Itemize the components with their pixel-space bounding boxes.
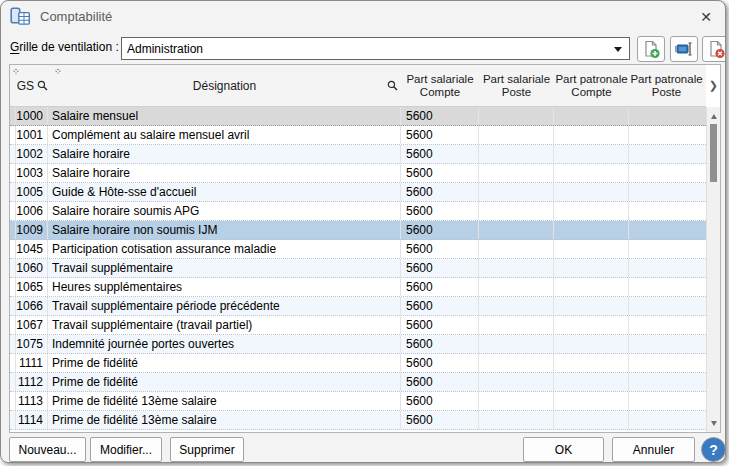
modifier-button[interactable]: Modifier...: [90, 437, 162, 462]
help-button[interactable]: ?: [701, 437, 726, 462]
table-row[interactable]: 1060 Travail supplémentaire 5600: [10, 259, 706, 278]
table-row[interactable]: 1114 Prime de fidélité 13ème salaire 560…: [10, 411, 706, 430]
table-row[interactable]: 1002 Salaire horaire 5600: [10, 145, 706, 164]
close-icon[interactable]: ✕: [692, 5, 720, 29]
cell-part-salariale-compte: 5600: [401, 202, 479, 220]
cell-designation: Salaire horaire non soumis IJM: [48, 221, 401, 239]
cell-part-salariale-poste: [479, 411, 554, 429]
cell-part-patronale-poste: [629, 354, 706, 372]
cell-part-patronale-poste: [629, 259, 706, 277]
nouveau-button[interactable]: Nouveau...: [9, 437, 86, 462]
search-icon[interactable]: [37, 80, 48, 91]
cell-gs: 1005: [16, 183, 48, 201]
cell-designation: Participation cotisation assurance malad…: [48, 240, 401, 258]
cell-part-salariale-poste: [479, 107, 554, 125]
more-columns-icon[interactable]: ❯: [709, 79, 718, 92]
cell-part-patronale-poste: [629, 183, 706, 201]
new-grid-button[interactable]: [637, 36, 665, 62]
ventilation-table: GS Désignation Part salariale Compte: [9, 64, 721, 433]
header-part-patronale-compte[interactable]: Part patronale Compte: [554, 65, 629, 106]
delete-grid-button[interactable]: [702, 36, 726, 62]
cell-part-salariale-compte: 5600: [401, 278, 479, 296]
search-icon[interactable]: [387, 80, 398, 91]
cell-part-patronale-compte: [554, 107, 629, 125]
table-row[interactable]: 1009 Salaire horaire non soumis IJM 5600: [10, 221, 706, 240]
rename-icon: [674, 41, 694, 57]
cell-part-salariale-poste: [479, 354, 554, 372]
table-row[interactable]: 1113 Prime de fidélité 13ème salaire 560…: [10, 392, 706, 411]
comptabilite-dialog: Comptabilité ✕ Grille de ventilation : A…: [0, 0, 726, 463]
grille-combobox[interactable]: Administration: [121, 37, 630, 60]
cell-designation: Heures supplémentaires: [48, 278, 401, 296]
annuler-button[interactable]: Annuler: [612, 437, 695, 462]
cell-designation: Prime de fidélité: [48, 354, 401, 372]
cell-part-patronale-poste: [629, 107, 706, 125]
cell-part-patronale-poste: [629, 373, 706, 391]
table-row[interactable]: 1065 Heures supplémentaires 5600: [10, 278, 706, 297]
ok-button[interactable]: OK: [523, 437, 604, 462]
cell-part-patronale-compte: [554, 297, 629, 315]
table-row[interactable]: 1005 Guide & Hôte-sse d'accueil 5600: [10, 183, 706, 202]
cell-part-patronale-compte: [554, 354, 629, 372]
cell-designation: Salaire horaire: [48, 164, 401, 182]
header-part-patronale-poste[interactable]: Part patronale Poste: [629, 65, 704, 106]
header-part-salariale-compte[interactable]: Part salariale Compte: [401, 65, 479, 106]
cell-gs: 1002: [16, 145, 48, 163]
cell-part-patronale-compte: [554, 202, 629, 220]
window-title: Comptabilité: [40, 9, 112, 24]
cell-designation: Prime de fidélité: [48, 373, 401, 391]
scroll-down-icon[interactable]: [707, 416, 721, 430]
cell-designation: Salaire mensuel: [48, 107, 401, 125]
cell-part-salariale-compte: 5600: [401, 183, 479, 201]
header-gs[interactable]: GS: [10, 65, 48, 106]
cell-gs: 1111: [16, 354, 48, 372]
supprimer-button[interactable]: Supprimer: [170, 437, 244, 462]
table-row[interactable]: 1112 Prime de fidélité 5600: [10, 373, 706, 392]
cell-part-patronale-poste: [629, 278, 706, 296]
cell-part-salariale-compte: 5600: [401, 392, 479, 410]
table-row[interactable]: 1066 Travail supplémentaire période préc…: [10, 297, 706, 316]
screen: Comptabilité ✕ Grille de ventilation : A…: [0, 0, 729, 466]
cell-part-patronale-compte: [554, 259, 629, 277]
vertical-scrollbar[interactable]: [706, 107, 720, 432]
cell-part-patronale-compte: [554, 126, 629, 144]
app-icon: [10, 7, 31, 26]
cell-part-patronale-poste: [629, 297, 706, 315]
cell-part-salariale-poste: [479, 126, 554, 144]
header-filler: [704, 65, 706, 106]
cell-part-patronale-compte: [554, 183, 629, 201]
cell-gs: 1000: [16, 107, 48, 125]
cell-designation: Indemnité journée portes ouvertes: [48, 335, 401, 353]
cell-designation: Salaire horaire soumis APG: [48, 202, 401, 220]
table-row[interactable]: 1006 Salaire horaire soumis APG 5600: [10, 202, 706, 221]
cell-part-patronale-compte: [554, 278, 629, 296]
cell-part-patronale-compte: [554, 335, 629, 353]
table-row[interactable]: 1003 Salaire horaire 5600: [10, 164, 706, 183]
cell-gs: 1006: [16, 202, 48, 220]
table-row[interactable]: 1075 Indemnité journée portes ouvertes 5…: [10, 335, 706, 354]
cell-part-patronale-poste: [629, 240, 706, 258]
cell-gs: 1003: [16, 164, 48, 182]
table-header: GS Désignation Part salariale Compte: [10, 65, 706, 107]
cell-part-patronale-poste: [629, 316, 706, 334]
cell-gs: 1075: [16, 335, 48, 353]
cell-part-patronale-poste: [629, 202, 706, 220]
cell-part-patronale-poste: [629, 335, 706, 353]
table-row[interactable]: 1045 Participation cotisation assurance …: [10, 240, 706, 259]
cell-gs: 1065: [16, 278, 48, 296]
table-row[interactable]: 1000 Salaire mensuel 5600: [10, 107, 706, 126]
cell-part-patronale-poste: [629, 392, 706, 410]
cell-part-salariale-compte: 5600: [401, 145, 479, 163]
scroll-up-icon[interactable]: [707, 109, 721, 123]
table-row[interactable]: 1067 Travail supplémentaire (travail par…: [10, 316, 706, 335]
table-row[interactable]: 1001 Complément au salaire mensuel avril…: [10, 126, 706, 145]
cell-gs: 1067: [16, 316, 48, 334]
header-designation[interactable]: Désignation: [48, 65, 401, 106]
cell-part-patronale-compte: [554, 373, 629, 391]
rename-grid-button[interactable]: [670, 36, 698, 62]
header-part-salariale-poste[interactable]: Part salariale Poste: [479, 65, 554, 106]
scrollbar-thumb[interactable]: [710, 124, 717, 182]
table-row[interactable]: 1111 Prime de fidélité 5600: [10, 354, 706, 373]
cell-part-salariale-poste: [479, 392, 554, 410]
cell-gs: 1001: [16, 126, 48, 144]
